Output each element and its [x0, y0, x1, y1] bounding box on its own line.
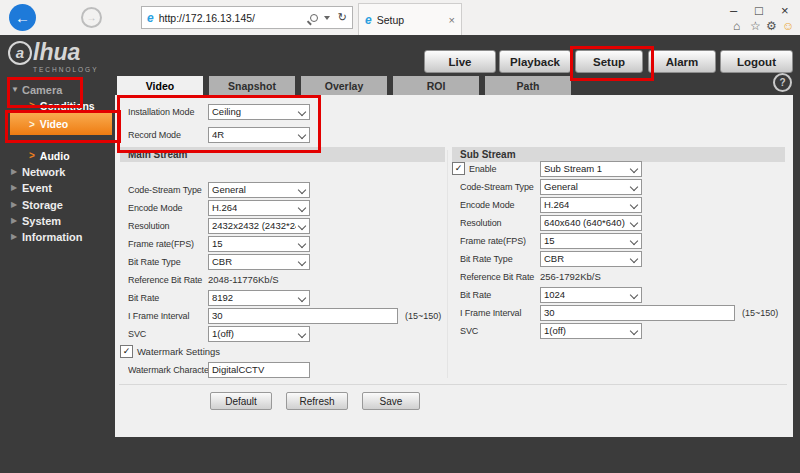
main-frame-rate-select[interactable]: 15 — [208, 236, 310, 252]
tab-roi[interactable]: ROI — [393, 76, 479, 95]
field-row: Code-Stream Type General — [120, 181, 450, 198]
sidebar-item-video[interactable]: > Video — [10, 113, 112, 135]
sidebar-item-event[interactable]: ▶ Event — [0, 179, 115, 196]
main-bit-rate-select[interactable]: 8192 — [208, 290, 310, 306]
tab-overlay[interactable]: Overlay — [301, 76, 387, 95]
field-row: Reference Bit Rate 2048-11776Kb/S — [120, 271, 450, 288]
record-mode-select[interactable]: 4R — [208, 127, 310, 143]
sub-stream-enable-checkbox[interactable]: ✓ — [452, 162, 465, 175]
browser-tab-setup[interactable]: e Setup × — [358, 3, 462, 35]
tab-snapshot[interactable]: Snapshot — [209, 76, 295, 95]
logo-a-ring: a — [8, 41, 32, 65]
main-stream-header: Main Stream — [120, 147, 445, 162]
field-row: Resolution 640x640 (640*640) — [452, 214, 790, 231]
sub-stream-select[interactable]: Sub Stream 1 — [540, 161, 642, 177]
tab-close-icon[interactable]: × — [449, 14, 455, 26]
tab-path[interactable]: Path — [485, 76, 571, 95]
sub-frame-rate-select[interactable]: 15 — [540, 233, 642, 249]
watermark-checkbox[interactable]: ✓ — [120, 345, 133, 358]
chevron-down-icon — [298, 239, 306, 247]
field-row: Resolution 2432x2432 (2432*2432) — [120, 217, 450, 234]
triangle-right-icon: ▶ — [11, 183, 22, 192]
main-code-stream-type-select[interactable]: General — [208, 182, 310, 198]
triangle-right-icon: ▶ — [11, 232, 22, 241]
dropdown-caret-icon[interactable] — [324, 16, 330, 20]
sidebar-item-camera[interactable]: ▼ Camera — [0, 81, 115, 98]
record-mode-row: Record Mode 4R — [120, 126, 328, 143]
sub-resolution-select[interactable]: 640x640 (640*640) — [540, 215, 642, 231]
chevron-down-icon — [630, 164, 638, 172]
nav-alarm-button[interactable]: Alarm — [648, 50, 716, 73]
chevron-down-icon — [298, 203, 306, 211]
field-row: Bit Rate 8192 — [120, 289, 450, 306]
chevron-down-icon — [298, 329, 306, 337]
window-restore-button[interactable]: □ — [755, 3, 763, 18]
address-bar[interactable]: e http://172.16.13.145/ ↻ — [141, 6, 353, 29]
sub-svc-select[interactable]: 1(off) — [540, 323, 642, 339]
nav-playback-button[interactable]: Playback — [499, 50, 571, 73]
main-i-frame-interval-input[interactable] — [208, 308, 398, 324]
sidebar-item-network[interactable]: ▶ Network — [0, 163, 115, 180]
sub-bit-rate-type-select[interactable]: CBR — [540, 251, 642, 267]
main-resolution-select[interactable]: 2432x2432 (2432*2432) — [208, 218, 310, 234]
sidebar-item-audio[interactable]: > Audio — [0, 147, 115, 164]
default-button[interactable]: Default — [210, 392, 272, 410]
help-button[interactable]: ? — [773, 73, 792, 92]
refresh-icon[interactable]: ↻ — [338, 11, 347, 24]
main-svc-select[interactable]: 1(off) — [208, 326, 310, 342]
sub-reference-bit-rate-value: 256-1792Kb/S — [540, 271, 601, 282]
chevron-down-icon — [298, 293, 306, 301]
field-row: Bit Rate Type CBR — [452, 250, 790, 267]
browser-back-button[interactable]: ← — [9, 4, 36, 31]
gear-icon[interactable]: ⚙ — [766, 19, 777, 33]
chevron-down-icon — [298, 107, 306, 115]
chevron-down-icon — [630, 200, 638, 208]
chevron-down-icon — [298, 130, 306, 138]
field-row: Encode Mode H.264 — [120, 199, 450, 216]
tab-video[interactable]: Video — [117, 76, 203, 95]
refresh-button[interactable]: Refresh — [286, 392, 348, 410]
nav-setup-button[interactable]: Setup — [575, 50, 643, 73]
logo-tagline: TECHNOLOGY — [33, 66, 99, 73]
main-bit-rate-type-select[interactable]: CBR — [208, 254, 310, 270]
sub-i-frame-interval-input[interactable] — [540, 305, 735, 321]
feedback-smiley-icon[interactable]: ☺ — [782, 19, 794, 33]
sidebar-item-information[interactable]: ▶ Information — [0, 228, 115, 245]
watermark-character-input[interactable] — [208, 362, 310, 378]
ie-tab-favicon: e — [365, 13, 372, 27]
installation-mode-select[interactable]: Ceiling — [208, 104, 310, 120]
main-reference-bit-rate-value: 2048-11776Kb/S — [208, 274, 279, 285]
home-icon[interactable]: ⌂ — [733, 19, 740, 33]
dahua-logo: a lhua — [8, 39, 80, 66]
field-row: Reference Bit Rate 256-1792Kb/S — [452, 268, 790, 285]
chevron-down-icon — [630, 326, 638, 334]
chevron-down-icon — [630, 254, 638, 262]
field-row: SVC 1(off) — [452, 322, 790, 339]
favorites-star-icon[interactable]: ☆ — [750, 19, 761, 33]
sidebar-item-system[interactable]: ▶ System — [0, 212, 115, 229]
sub-code-stream-type-select[interactable]: General — [540, 179, 642, 195]
chevron-down-icon — [630, 290, 638, 298]
chevron-right-icon: > — [29, 100, 35, 111]
sidebar-item-storage[interactable]: ▶ Storage — [0, 196, 115, 213]
triangle-right-icon: ▶ — [11, 167, 22, 176]
sub-encode-mode-select[interactable]: H.264 — [540, 197, 642, 213]
field-row: I Frame Interval (15~150) — [452, 304, 790, 321]
field-row: Code-Stream Type General — [452, 178, 790, 195]
nav-logout-button[interactable]: Logout — [720, 50, 793, 73]
browser-forward-button[interactable]: → — [81, 7, 102, 28]
search-icon[interactable] — [310, 14, 318, 22]
main-encode-mode-select[interactable]: H.264 — [208, 200, 310, 216]
bottom-separator — [119, 384, 787, 385]
save-button[interactable]: Save — [362, 392, 420, 410]
sidebar-item-conditions[interactable]: > Conditions — [0, 97, 115, 114]
nav-live-button[interactable]: Live — [424, 50, 496, 73]
window-minimize-button[interactable]: – — [730, 3, 737, 18]
triangle-right-icon: ▶ — [11, 216, 22, 225]
window-close-button[interactable]: × — [781, 3, 789, 18]
ie-page-icon: e — [147, 11, 154, 25]
chevron-right-icon: > — [29, 150, 35, 161]
enable-row: ✓ Enable Sub Stream 1 — [452, 160, 790, 177]
sub-bit-rate-select[interactable]: 1024 — [540, 287, 642, 303]
field-row: SVC 1(off) — [120, 325, 450, 342]
